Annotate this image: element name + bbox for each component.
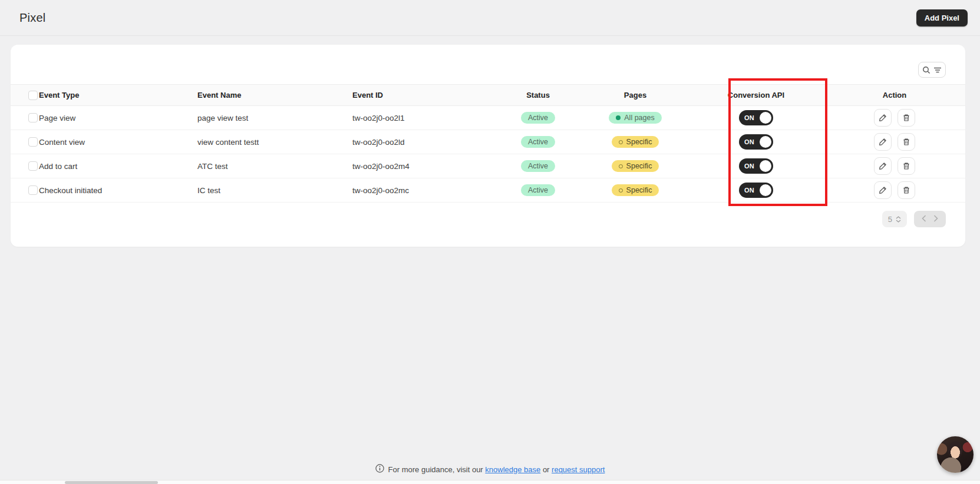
filter-icon [933,67,942,74]
pages-badge: Specific [612,160,659,173]
event-id-cell: tw-oo2j0-oo2ld [352,130,494,154]
status-badge: Active [521,136,555,148]
event-name-cell: view content testt [197,130,352,154]
event-type-cell: Add to cart [39,154,197,178]
table-header-row: Event Type Event Name Event ID Status Pa… [11,85,965,106]
event-id-cell: tw-oo2j0-oo2mc [352,178,494,203]
toggle-knob [760,160,771,172]
toggle-knob [760,112,771,124]
column-header-event-type: Event Type [39,85,197,106]
pages-badge: Specific [612,136,659,148]
request-support-link[interactable]: request support [552,465,605,474]
events-table: Event Type Event Name Event ID Status Pa… [11,84,965,203]
event-type-cell: Checkout initiated [39,178,197,203]
edit-button[interactable] [874,181,892,199]
pager [914,211,946,227]
event-type-cell: Page view [39,106,197,130]
page-size-selector[interactable]: 5 [882,211,907,227]
conversion-api-toggle[interactable]: ON [739,134,773,150]
table-row: Add to cart ATC test tw-oo2j0-oo2m4 Acti… [11,154,965,178]
column-header-action: Action [824,85,965,106]
footer-help: For more guidance, visit our knowledge b… [0,464,980,475]
toggle-knob [760,136,771,148]
edit-button[interactable] [874,157,892,175]
row-checkbox[interactable] [28,161,38,171]
column-header-event-name: Event Name [197,85,352,106]
conversion-api-toggle[interactable]: ON [739,183,773,198]
column-header-pages: Pages [582,85,688,106]
delete-button[interactable] [897,109,915,127]
pencil-icon [879,138,887,146]
event-id-cell: tw-oo2j0-oo2l1 [352,106,494,130]
pages-badge: All pages [609,112,661,124]
event-name-cell: page view test [197,106,352,130]
top-bar: Pixel Add Pixel [0,0,980,36]
edit-button[interactable] [874,109,892,127]
delete-button[interactable] [897,181,915,199]
previous-page-button[interactable] [922,214,926,224]
column-header-conversion-api: Conversion API [688,85,824,106]
row-checkbox[interactable] [28,185,38,195]
pencil-icon [879,186,887,194]
event-type-cell: Content view [39,130,197,154]
row-checkbox[interactable] [28,113,38,122]
conversion-api-toggle[interactable]: ON [739,110,773,125]
page-title: Pixel [19,11,45,25]
event-id-cell: tw-oo2j0-oo2m4 [352,154,494,178]
trash-icon [902,162,910,170]
column-header-status: Status [494,85,582,106]
search-icon [922,66,930,74]
knowledge-base-link[interactable]: knowledge base [485,465,540,474]
pagination: 5 [882,211,946,227]
user-avatar[interactable] [937,436,974,473]
pencil-icon [879,162,887,170]
trash-icon [902,186,910,194]
search-filter-button[interactable] [918,62,946,78]
select-all-checkbox[interactable] [28,91,38,100]
toggle-knob [760,184,771,196]
pages-indicator-icon [619,188,623,193]
trash-icon [902,138,910,146]
table-row: Content view view content testt tw-oo2j0… [11,130,965,154]
pages-indicator-icon [616,115,621,120]
event-name-cell: IC test [197,178,352,203]
status-badge: Active [521,184,555,197]
table-row: Checkout initiated IC test tw-oo2j0-oo2m… [11,178,965,203]
footer-help-text: For more guidance, visit our knowledge b… [388,465,605,474]
conversion-api-toggle[interactable]: ON [739,158,773,174]
delete-button[interactable] [897,133,915,151]
pixel-events-card: Event Type Event Name Event ID Status Pa… [11,45,965,247]
next-page-button[interactable] [933,214,938,224]
delete-button[interactable] [897,157,915,175]
pages-indicator-icon [619,140,623,144]
page-size-spinner-icon [896,216,901,223]
status-badge: Active [521,160,555,173]
trash-icon [902,114,910,122]
table-row: Page view page view test tw-oo2j0-oo2l1 … [11,106,965,130]
column-header-event-id: Event ID [352,85,494,106]
card-toolbar [11,45,965,78]
status-badge: Active [521,112,555,124]
horizontal-scrollbar[interactable] [0,480,980,484]
pencil-icon [879,114,887,122]
edit-button[interactable] [874,133,892,151]
add-pixel-button[interactable]: Add Pixel [916,9,968,26]
event-name-cell: ATC test [197,154,352,178]
page-size-value: 5 [888,215,892,224]
info-icon [375,464,384,475]
pages-indicator-icon [619,164,623,168]
row-checkbox[interactable] [28,137,38,147]
horizontal-scrollbar-thumb[interactable] [65,481,158,484]
pages-badge: Specific [612,184,659,197]
